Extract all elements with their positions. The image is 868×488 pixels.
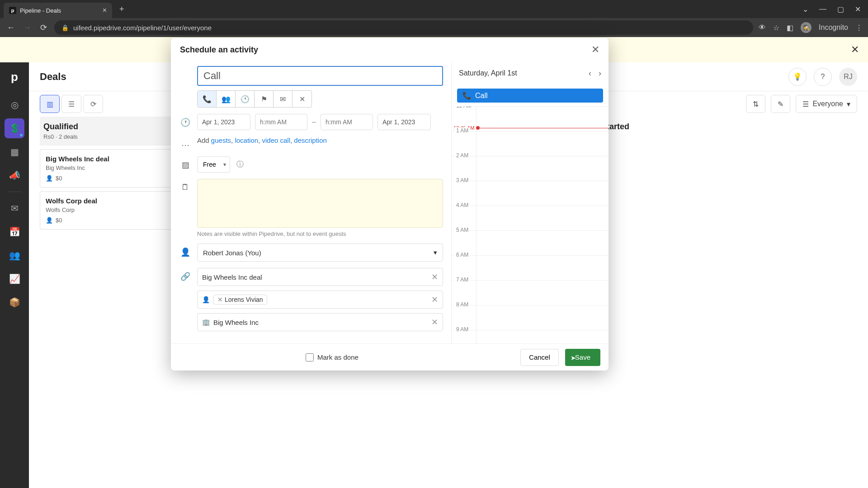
start-date-input[interactable]: [197, 114, 250, 130]
activity-type-tabs: 📞 👥 🕐 ⚑ ✉ ✕: [197, 90, 312, 108]
notes-textarea[interactable]: [197, 179, 443, 228]
person-icon: 👤: [202, 296, 210, 303]
clear-icon[interactable]: ✕: [431, 317, 438, 327]
type-lunch-icon[interactable]: ✕: [292, 91, 311, 107]
info-icon[interactable]: ⓘ: [236, 160, 244, 168]
calendar-date-label: Saturday, April 1st: [459, 69, 517, 77]
type-task-icon[interactable]: 🕐: [236, 91, 255, 107]
incognito-label: Incognito: [819, 23, 848, 32]
time-separator: –: [312, 118, 316, 126]
note-icon: 🗒: [180, 179, 191, 192]
tab-title: Pipeline - Deals: [20, 7, 99, 14]
minimize-icon[interactable]: —: [819, 5, 826, 14]
linked-org-input[interactable]: 🏢 Big Wheels Inc ✕: [197, 313, 443, 331]
close-window-icon[interactable]: ✕: [855, 5, 861, 14]
new-tab-button[interactable]: +: [119, 5, 124, 14]
hour-label: 6 AM: [454, 252, 470, 258]
more-icon: ⋯: [180, 136, 191, 150]
notes-hint: Notes are visible within Pipedrive, but …: [197, 230, 443, 237]
cancel-button[interactable]: Cancel: [520, 349, 559, 366]
phone-icon: 📞: [462, 91, 472, 100]
calendar-hour-row[interactable]: 1 AM: [452, 131, 609, 156]
tab-close-icon[interactable]: ×: [103, 6, 107, 14]
url-text: uifeed.pipedrive.com/pipeline/1/user/eve…: [73, 24, 212, 32]
hour-label: 3 AM: [454, 177, 470, 183]
calendar-hour-row[interactable]: 6 AM: [452, 255, 609, 280]
hour-label: 1 AM: [454, 127, 470, 134]
hour-label: 12 AM: [454, 106, 473, 109]
lock-icon: 🔒: [61, 24, 69, 31]
person-chip[interactable]: ✕Lorens Vivian: [213, 295, 267, 305]
availability-icon: ▨: [180, 156, 191, 170]
clear-icon[interactable]: ✕: [431, 272, 438, 282]
now-indicator: 12:45 AM: [452, 125, 609, 131]
hour-label: 9 AM: [454, 326, 470, 333]
url-bar[interactable]: 🔒 uifeed.pipedrive.com/pipeline/1/user/e…: [54, 20, 753, 35]
calendar-hour-row[interactable]: 12 AM12:45 AM: [452, 106, 609, 131]
back-button[interactable]: ←: [5, 23, 16, 33]
linked-deal-input[interactable]: Big Wheels Inc deal ✕: [197, 268, 443, 286]
chip-remove-icon[interactable]: ✕: [217, 296, 223, 303]
type-call-icon[interactable]: 📞: [198, 91, 217, 107]
chevron-down-icon: ▾: [434, 249, 437, 257]
calendar-grid[interactable]: 12 AM12:45 AM1 AM2 AM3 AM4 AM5 AM6 AM7 A…: [452, 106, 609, 343]
owner-select[interactable]: Robert Jonas (You)▾: [197, 244, 443, 262]
modal-close-icon[interactable]: ✕: [591, 44, 599, 56]
add-description-link[interactable]: description: [294, 136, 327, 144]
calendar-hour-row[interactable]: 7 AM: [452, 280, 609, 305]
hour-label: 7 AM: [454, 277, 470, 283]
calendar-event-pill[interactable]: 📞 Call: [457, 89, 603, 103]
menu-icon[interactable]: ⋮: [855, 23, 863, 32]
tab-favicon: p: [9, 7, 16, 14]
linked-person-input[interactable]: 👤 ✕Lorens Vivian ✕: [197, 291, 443, 309]
hour-label: 8 AM: [454, 301, 470, 308]
type-deadline-icon[interactable]: ⚑: [255, 91, 274, 107]
mark-as-done-checkbox[interactable]: Mark as done: [306, 353, 359, 361]
window-controls: ⌄ — ▢ ✕: [802, 5, 868, 14]
add-video-call-link[interactable]: video call: [262, 136, 290, 144]
link-icon: 🔗: [180, 268, 191, 282]
hour-label: 2 AM: [454, 152, 470, 159]
building-icon: 🏢: [202, 319, 210, 326]
hour-label: 4 AM: [454, 202, 470, 208]
calendar-hour-row[interactable]: 9 AM: [452, 330, 609, 343]
calendar-hour-row[interactable]: 4 AM: [452, 206, 609, 230]
clear-icon[interactable]: ✕: [431, 295, 438, 305]
hour-label: 5 AM: [454, 227, 470, 233]
extensions-icon[interactable]: ◧: [787, 23, 793, 32]
calendar-next-icon[interactable]: ›: [599, 69, 601, 78]
maximize-icon[interactable]: ▢: [837, 5, 844, 14]
calendar-hour-row[interactable]: 8 AM: [452, 305, 609, 330]
type-email-icon[interactable]: ✉: [274, 91, 292, 107]
calendar-hour-row[interactable]: 3 AM: [452, 181, 609, 206]
end-time-input[interactable]: [321, 114, 373, 130]
type-meeting-icon[interactable]: 👥: [217, 91, 236, 107]
add-links-row: Add guests, location, video call, descri…: [197, 136, 443, 144]
schedule-activity-modal: Schedule an activity ✕ 📞 👥 🕐 ⚑: [171, 38, 609, 371]
add-guests-link[interactable]: guests: [211, 136, 231, 144]
clock-icon: 🕐: [180, 114, 191, 127]
address-bar: ← → ⟳ 🔒 uifeed.pipedrive.com/pipeline/1/…: [0, 18, 868, 37]
user-icon: 👤: [180, 244, 191, 257]
incognito-icon: 🕵: [801, 22, 811, 33]
star-icon[interactable]: ☆: [773, 23, 779, 32]
browser-tab-strip: p Pipeline - Deals × + ⌄ — ▢ ✕: [0, 0, 868, 18]
calendar-panel: Saturday, April 1st ‹ › 📞 Call 12 AM12:4…: [451, 61, 609, 343]
browser-tab[interactable]: p Pipeline - Deals ×: [4, 3, 112, 18]
start-time-input[interactable]: [255, 114, 307, 130]
chevron-down-icon[interactable]: ⌄: [802, 5, 808, 14]
availability-select[interactable]: Free▾: [197, 156, 230, 173]
end-date-input[interactable]: [377, 114, 431, 130]
calendar-hour-row[interactable]: 5 AM: [452, 230, 609, 255]
calendar-prev-icon[interactable]: ‹: [589, 69, 591, 78]
chevron-down-icon: ▾: [223, 161, 226, 168]
calendar-hour-row[interactable]: 2 AM: [452, 156, 609, 181]
reload-button[interactable]: ⟳: [38, 23, 49, 33]
forward-button: →: [22, 23, 33, 33]
save-button[interactable]: Save ➤: [565, 349, 600, 366]
add-location-link[interactable]: location: [235, 136, 258, 144]
eye-off-icon[interactable]: 👁: [759, 23, 766, 32]
checkbox-input[interactable]: [306, 353, 314, 361]
activity-title-input[interactable]: [197, 66, 443, 86]
modal-title: Schedule an activity: [180, 45, 258, 55]
